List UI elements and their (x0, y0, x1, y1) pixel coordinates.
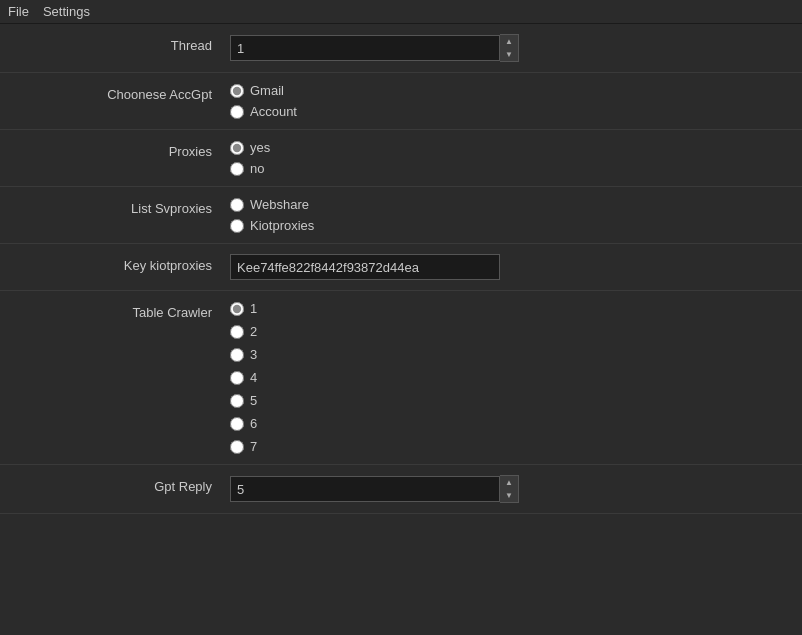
table-crawler-6-label: 6 (250, 416, 257, 431)
proxies-yes-item[interactable]: yes (230, 140, 802, 155)
table-crawler-row: Table Crawler 1 2 3 4 5 (0, 291, 802, 465)
gpt-reply-spin-down[interactable]: ▼ (500, 489, 518, 502)
list-svproxies-kiotproxies-item[interactable]: Kiotproxies (230, 218, 802, 233)
table-crawler-4-radio[interactable] (230, 371, 244, 385)
table-crawler-1-item[interactable]: 1 (230, 301, 802, 316)
table-crawler-5-radio[interactable] (230, 394, 244, 408)
table-crawler-5-item[interactable]: 5 (230, 393, 802, 408)
table-crawler-3-item[interactable]: 3 (230, 347, 802, 362)
menu-file[interactable]: File (8, 4, 29, 19)
thread-input[interactable] (230, 35, 500, 61)
table-crawler-4-label: 4 (250, 370, 257, 385)
proxies-content: yes no (230, 140, 802, 176)
thread-spin-up[interactable]: ▲ (500, 35, 518, 48)
thread-content: ▲ ▼ (230, 34, 802, 62)
menu-settings[interactable]: Settings (43, 4, 90, 19)
gpt-reply-label: Gpt Reply (0, 475, 230, 494)
list-svproxies-kiotproxies-radio[interactable] (230, 219, 244, 233)
table-crawler-7-label: 7 (250, 439, 257, 454)
table-crawler-6-radio[interactable] (230, 417, 244, 431)
proxies-label: Proxies (0, 140, 230, 159)
gpt-reply-row: Gpt Reply ▲ ▼ (0, 465, 802, 514)
list-svproxies-webshare-item[interactable]: Webshare (230, 197, 802, 212)
proxies-yes-radio[interactable] (230, 141, 244, 155)
proxies-no-radio[interactable] (230, 162, 244, 176)
table-crawler-label: Table Crawler (0, 301, 230, 320)
key-kiotproxies-input[interactable] (230, 254, 500, 280)
choose-account-account-item[interactable]: Account (230, 104, 802, 119)
gpt-reply-content: ▲ ▼ (230, 475, 802, 503)
proxies-yes-label: yes (250, 140, 270, 155)
proxies-no-item[interactable]: no (230, 161, 802, 176)
thread-row: Thread ▲ ▼ (0, 24, 802, 73)
table-crawler-content: 1 2 3 4 5 6 7 (230, 301, 802, 454)
key-kiotproxies-row: Key kiotproxies (0, 244, 802, 291)
gpt-reply-spinner-wrap: ▲ ▼ (230, 475, 802, 503)
list-svproxies-content: Webshare Kiotproxies (230, 197, 802, 233)
table-crawler-3-label: 3 (250, 347, 257, 362)
choose-account-gmail-radio[interactable] (230, 84, 244, 98)
proxies-row: Proxies yes no (0, 130, 802, 187)
gpt-reply-spinner-buttons: ▲ ▼ (500, 475, 519, 503)
thread-label: Thread (0, 34, 230, 53)
choose-account-gmail-label: Gmail (250, 83, 284, 98)
table-crawler-4-item[interactable]: 4 (230, 370, 802, 385)
thread-spin-down[interactable]: ▼ (500, 48, 518, 61)
thread-spinner-buttons: ▲ ▼ (500, 34, 519, 62)
choose-account-row: Choonese AccGpt Gmail Account (0, 73, 802, 130)
table-crawler-1-label: 1 (250, 301, 257, 316)
choose-account-gmail-item[interactable]: Gmail (230, 83, 802, 98)
choose-account-label: Choonese AccGpt (0, 83, 230, 102)
table-crawler-2-radio[interactable] (230, 325, 244, 339)
choose-account-content: Gmail Account (230, 83, 802, 119)
table-crawler-7-item[interactable]: 7 (230, 439, 802, 454)
key-kiotproxies-content (230, 254, 802, 280)
gpt-reply-spin-up[interactable]: ▲ (500, 476, 518, 489)
thread-spinner-wrap: ▲ ▼ (230, 34, 802, 62)
main-content: Thread ▲ ▼ Choonese AccGpt Gmail Account (0, 24, 802, 514)
list-svproxies-row: List Svproxies Webshare Kiotproxies (0, 187, 802, 244)
list-svproxies-label: List Svproxies (0, 197, 230, 216)
proxies-no-label: no (250, 161, 264, 176)
table-crawler-2-item[interactable]: 2 (230, 324, 802, 339)
list-svproxies-kiotproxies-label: Kiotproxies (250, 218, 314, 233)
key-kiotproxies-label: Key kiotproxies (0, 254, 230, 273)
choose-account-account-radio[interactable] (230, 105, 244, 119)
table-crawler-6-item[interactable]: 6 (230, 416, 802, 431)
choose-account-account-label: Account (250, 104, 297, 119)
table-crawler-5-label: 5 (250, 393, 257, 408)
table-crawler-2-label: 2 (250, 324, 257, 339)
table-crawler-7-radio[interactable] (230, 440, 244, 454)
menubar: File Settings (0, 0, 802, 24)
table-crawler-1-radio[interactable] (230, 302, 244, 316)
list-svproxies-webshare-label: Webshare (250, 197, 309, 212)
table-crawler-3-radio[interactable] (230, 348, 244, 362)
gpt-reply-input[interactable] (230, 476, 500, 502)
list-svproxies-webshare-radio[interactable] (230, 198, 244, 212)
